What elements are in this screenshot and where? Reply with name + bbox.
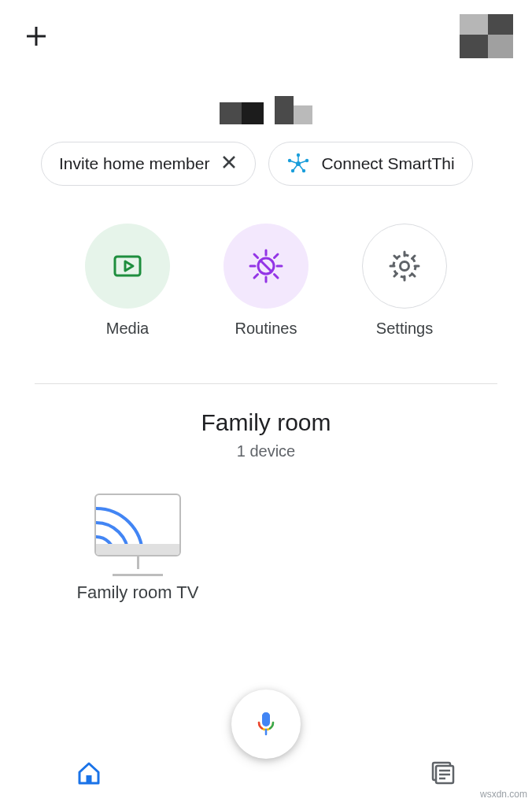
svg-line-12 [298,164,304,171]
svg-rect-30 [86,775,91,783]
smartthings-icon [286,152,310,176]
room-header: Family room 1 device [0,409,532,460]
chip-connect-smartthings[interactable]: Connect SmartThi [268,142,472,186]
room-title: Family room [0,409,532,436]
avatar-pixel [488,35,513,58]
svg-point-27 [401,262,409,271]
home-name-pixel [242,102,264,124]
svg-line-13 [293,164,298,171]
home-name[interactable] [0,96,532,124]
quick-actions: Media Routines [0,224,532,338]
close-icon[interactable] [220,153,238,175]
chip-label: Connect SmartThi [321,154,454,173]
quick-action-media[interactable]: Media [85,224,170,338]
cast-tv-icon [94,494,181,576]
svg-line-18 [260,261,272,272]
routines-icon [224,224,308,309]
chip-label: Invite home member [59,154,209,173]
quick-action-routines[interactable]: Routines [224,224,308,338]
svg-rect-15 [115,257,140,275]
svg-line-26 [254,275,258,279]
header [0,0,532,58]
home-name-pixel [220,102,242,124]
mic-icon [252,710,280,738]
svg-line-23 [254,254,258,258]
device-family-room-tv[interactable]: Family room TV [63,494,212,603]
home-name-pixel [275,96,294,124]
quick-action-label: Settings [376,320,433,338]
watermark: wsxdn.com [480,789,527,800]
account-avatar[interactable] [460,14,513,58]
avatar-pixel [460,35,488,58]
device-grid: Family room TV [0,494,532,603]
media-icon [85,224,170,309]
bottom-nav [0,740,532,806]
nav-feed[interactable] [355,760,532,786]
svg-marker-16 [125,261,133,271]
home-icon [76,760,102,786]
add-button[interactable] [19,19,54,54]
plus-icon [24,24,48,48]
nav-home[interactable] [0,760,177,786]
svg-line-24 [275,275,279,279]
quick-action-settings[interactable]: Settings [362,224,447,338]
section-divider [35,383,497,384]
svg-line-25 [275,254,279,258]
quick-action-label: Routines [235,320,297,338]
gear-icon [362,224,447,309]
chip-invite-home-member[interactable]: Invite home member [41,142,256,186]
home-name-pixel [294,105,312,124]
feed-icon [430,760,456,786]
avatar-pixel [488,14,513,35]
suggestion-chips: Invite home member Connec [0,124,532,186]
device-label: Family room TV [77,582,199,603]
room-device-count: 1 device [0,442,532,460]
avatar-pixel [460,14,488,35]
quick-action-label: Media [106,320,149,338]
